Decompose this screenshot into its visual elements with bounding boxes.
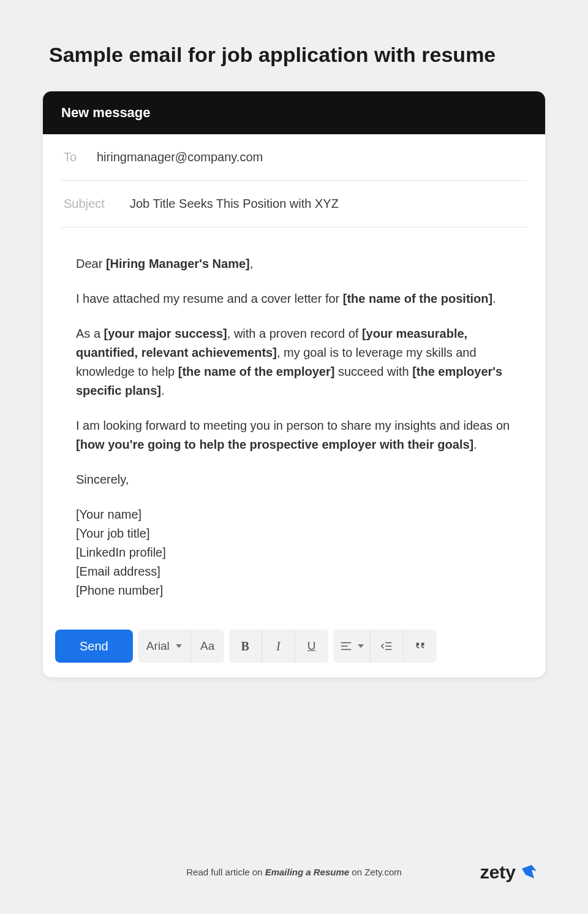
footer: Read full article on Emailing a Resume o… <box>0 867 588 877</box>
style-group: B I U <box>229 630 328 663</box>
bold-button[interactable]: B <box>229 630 262 663</box>
compose-window: New message To hiringmanager@company.com… <box>43 91 545 677</box>
align-left-icon <box>339 639 353 653</box>
signature-title: [Your job title] <box>76 524 512 543</box>
send-button[interactable]: Send <box>55 630 133 663</box>
chevron-down-icon <box>358 644 364 648</box>
subject-value: Job Title Seeks This Position with XYZ <box>130 197 339 211</box>
font-size-button[interactable]: Aa <box>191 630 224 663</box>
font-family-select[interactable]: Arial <box>138 630 191 663</box>
format-toolbar: Send Arial Aa B I U <box>43 620 545 677</box>
zety-arrow-icon <box>519 863 539 882</box>
footer-text: Read full article on Emailing a Resume o… <box>186 867 402 877</box>
align-button[interactable] <box>333 630 371 663</box>
greeting-line: Dear [Hiring Manager's Name], <box>76 254 512 273</box>
email-body[interactable]: Dear [Hiring Manager's Name], I have att… <box>43 227 545 620</box>
paragraph-success: As a [your major success], with a proven… <box>76 324 512 400</box>
paragraph-attached: I have attached my resume and a cover le… <box>76 289 512 308</box>
to-field-row[interactable]: To hiringmanager@company.com <box>61 134 527 181</box>
subject-label: Subject <box>64 197 118 211</box>
signature-phone: [Phone number] <box>76 581 512 600</box>
compose-header: New message <box>43 91 545 134</box>
paragraph-forward: I am looking forward to meeting you in p… <box>76 416 512 454</box>
quote-icon <box>413 639 427 653</box>
to-value: hiringmanager@company.com <box>97 150 263 164</box>
signature-email: [Email address] <box>76 562 512 581</box>
signature-linkedin: [LinkedIn profile] <box>76 543 512 562</box>
indent-button[interactable] <box>371 630 404 663</box>
underline-button[interactable]: U <box>295 630 328 663</box>
italic-button[interactable]: I <box>262 630 295 663</box>
quote-button[interactable] <box>404 630 437 663</box>
paragraph-group <box>333 630 437 663</box>
to-label: To <box>64 150 85 164</box>
zety-logo: zety <box>480 862 539 883</box>
closing: Sincerely, <box>76 470 512 489</box>
page-title: Sample email for job application with re… <box>0 0 588 91</box>
font-group: Arial Aa <box>138 630 224 663</box>
indent-decrease-icon <box>380 639 393 653</box>
signature-name: [Your name] <box>76 505 512 524</box>
chevron-down-icon <box>176 644 182 648</box>
subject-field-row[interactable]: Subject Job Title Seeks This Position wi… <box>61 181 527 227</box>
